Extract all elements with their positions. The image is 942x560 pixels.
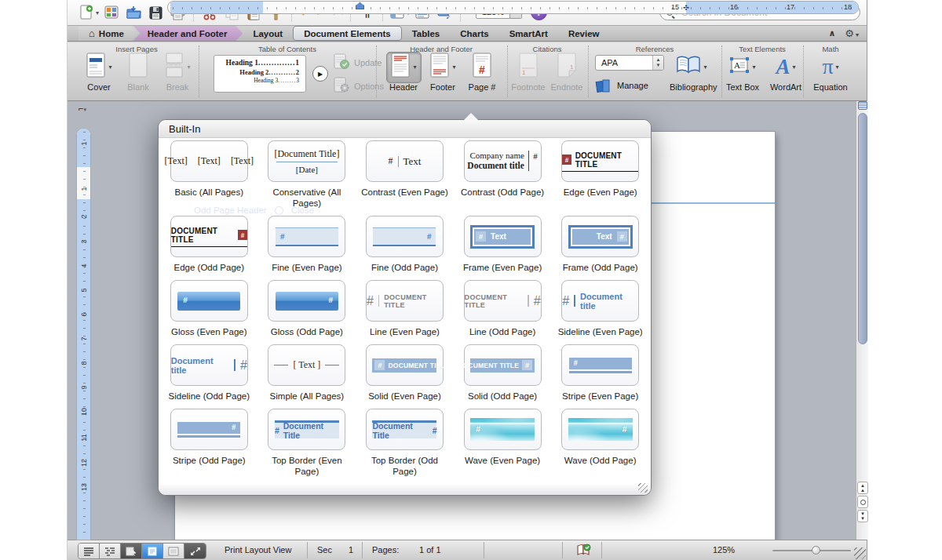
toc-gallery-expand-button[interactable]: ▶ (312, 66, 328, 82)
tab-smartart[interactable]: SmartArt (499, 26, 558, 41)
ribbon-page-number-button[interactable]: #Page # (460, 52, 504, 92)
gallery-item-sideline-even-page-[interactable]: #Document titleSideline (Even Page) (551, 280, 649, 344)
tab-tables[interactable]: Tables (402, 26, 451, 41)
ribbon-break-button[interactable]: ▾Break (155, 52, 199, 92)
gallery-item-wave-odd-page-[interactable]: #Wave (Odd Page) (551, 409, 649, 487)
open-folder-button[interactable] (124, 2, 143, 23)
dropdown-arrow-icon[interactable]: ▾ (108, 64, 111, 71)
dropdown-arrow-icon[interactable]: ▾ (752, 64, 755, 71)
style-preview[interactable]: # (366, 216, 444, 257)
ribbon-endnote-button[interactable]: 1Endnote (545, 52, 589, 92)
draft-view-button[interactable] (78, 544, 100, 558)
tab-home[interactable]: ⌂Home (78, 26, 138, 41)
stepper-icons[interactable]: ▲▼ (652, 56, 663, 70)
gallery-item-stripe-odd-page-[interactable]: #Stripe (Odd Page) (160, 409, 258, 487)
style-preview[interactable]: #Document title (561, 280, 639, 322)
style-preview[interactable]: # (268, 216, 345, 257)
style-preview[interactable]: Document title# (170, 344, 248, 386)
style-preview[interactable]: # (170, 409, 248, 450)
show-gallery-button[interactable] (102, 2, 121, 23)
gallery-item-wave-even-page-[interactable]: #Wave (Even Page) (454, 409, 552, 487)
save-button[interactable] (146, 2, 165, 23)
citation-style-select[interactable]: APA▲▼ (595, 55, 664, 71)
indent-marker[interactable] (356, 2, 364, 9)
style-preview[interactable]: # (170, 280, 248, 322)
gallery-item-top-border-odd-page-[interactable]: Document Title#Top Border (Odd Page) (356, 409, 454, 487)
ribbon-settings-dropdown-icon[interactable]: ▾ (856, 31, 859, 38)
popup-resize-grip[interactable] (638, 483, 648, 493)
tab-stop-selector[interactable]: ⌐▾ (78, 104, 86, 113)
style-preview[interactable]: DOCUMENT TITLE# (464, 280, 542, 322)
dropdown-arrow-icon[interactable]: ▾ (452, 64, 455, 71)
dropdown-arrow-icon[interactable]: ▾ (703, 64, 706, 71)
collapse-ribbon-icon[interactable]: ∧ (828, 28, 835, 38)
tab-document-elements[interactable]: Document Elements (293, 26, 402, 41)
gallery-item-frame-odd-page-[interactable]: Text#Frame (Odd Page) (551, 216, 649, 280)
ribbon-bibliography-button[interactable]: ▾Bibliography (670, 52, 714, 92)
gallery-item-fine-odd-page-[interactable]: #Fine (Odd Page) (356, 216, 454, 280)
select-browse-object-button[interactable] (857, 496, 868, 508)
gallery-item-edge-odd-page-[interactable]: DOCUMENT TITLE#Edge (Odd Page) (160, 216, 258, 280)
vertical-ruler[interactable]: 112345678910111213 (76, 128, 91, 540)
style-preview[interactable]: [ Text ] (268, 344, 345, 386)
zoom-slider-knob[interactable] (812, 546, 820, 555)
margin-marker-icon[interactable]: ✣ (682, 4, 690, 12)
gallery-item-simple-all-pages-[interactable]: [ Text ]Simple (All Pages) (258, 344, 356, 409)
print-layout-view-button[interactable] (142, 544, 163, 558)
style-preview[interactable]: #Text (464, 216, 542, 257)
gallery-item-solid-even-page-[interactable]: #DOCUMENT TITLESolid (Even Page) (356, 344, 454, 409)
ribbon-cover-button[interactable]: ▾Cover (77, 52, 121, 92)
split-window-handle[interactable] (858, 101, 867, 110)
ribbon-blank-button[interactable]: Blank (116, 52, 160, 92)
style-preview[interactable]: # (268, 280, 345, 322)
new-document-button[interactable]: ▾ (78, 2, 99, 23)
window-resize-grip[interactable] (854, 547, 866, 559)
gallery-item-edge-even-page-[interactable]: #DOCUMENT TITLEEdge (Even Page) (551, 140, 649, 216)
gallery-item-contrast-even-page-[interactable]: #TextContrast (Even Page) (356, 140, 454, 216)
previous-page-button[interactable]: ▲▲ (857, 482, 868, 494)
dropdown-arrow-icon[interactable]: ▾ (187, 64, 190, 71)
next-page-button[interactable]: ▼▼ (857, 510, 868, 522)
style-preview[interactable]: [Document Title][Date] (268, 140, 345, 182)
gallery-item-frame-even-page-[interactable]: #TextFrame (Even Page) (454, 216, 552, 280)
style-preview[interactable]: # (464, 409, 542, 450)
gallery-item-gloss-even-page-[interactable]: #Gloss (Even Page) (160, 280, 258, 344)
style-preview[interactable]: Text# (561, 216, 639, 257)
dropdown-arrow-icon[interactable]: ▾ (96, 9, 99, 16)
dropdown-arrow-icon[interactable]: ▾ (836, 64, 839, 71)
gallery-item-fine-even-page-[interactable]: #Fine (Even Page) (258, 216, 356, 280)
scrollbar-thumb[interactable] (858, 113, 867, 344)
toc-style-preview[interactable]: Heading 1..............1Heading 2.......… (214, 55, 306, 93)
gallery-item-line-even-page-[interactable]: #DOCUMENT TITLELine (Even Page) (356, 280, 454, 344)
spelling-status-icon[interactable] (576, 544, 591, 558)
style-preview[interactable]: Document Title# (366, 409, 444, 450)
gallery-item-conservative-all-pages-[interactable]: [Document Title][Date]Conservative (All … (258, 140, 356, 216)
gallery-item-top-border-even-page-[interactable]: #Document TitleTop Border (Even Page) (258, 409, 356, 487)
ribbon-wordart-button[interactable]: A▾WordArt (764, 52, 808, 92)
gallery-item-line-odd-page-[interactable]: DOCUMENT TITLE#Line (Odd Page) (454, 280, 552, 344)
style-preview[interactable]: DOCUMENT TITLE# (464, 344, 542, 386)
ribbon-text-box-button[interactable]: A▾Text Box (721, 52, 765, 92)
style-preview[interactable]: #DOCUMENT TITLE (561, 140, 639, 182)
tab-layout[interactable]: Layout (243, 26, 293, 41)
style-preview[interactable]: #DOCUMENT TITLE (366, 344, 444, 386)
gallery-item-contrast-odd-page-[interactable]: Company nameDocument title#Contrast (Odd… (454, 140, 552, 216)
tab-header-and-footer[interactable]: Header and Footer (133, 26, 243, 41)
manage-citations-button[interactable]: Manage (595, 77, 648, 94)
gallery-item-stripe-even-page-[interactable]: #Stripe (Even Page) (551, 344, 649, 409)
tab-charts[interactable]: Charts (450, 26, 498, 41)
gallery-item-gloss-odd-page-[interactable]: #Gloss (Odd Page) (258, 280, 356, 344)
gallery-item-sideline-odd-page-[interactable]: Document title#Sideline (Odd Page) (160, 344, 258, 409)
dropdown-arrow-icon[interactable]: ▾ (413, 64, 416, 71)
style-preview[interactable]: # (561, 344, 639, 386)
style-preview[interactable]: Company nameDocument title# (464, 140, 542, 182)
zoom-slider[interactable] (772, 550, 851, 551)
ribbon-header-button[interactable]: ▾Header (382, 52, 425, 92)
toc-options-button[interactable]: Options (333, 77, 384, 96)
notebook-layout-view-button[interactable] (163, 544, 184, 558)
publishing-layout-view-button[interactable] (121, 544, 142, 558)
toc-update-button[interactable]: Update (333, 53, 382, 72)
outline-view-button[interactable] (100, 544, 121, 558)
ribbon-settings-gear-icon[interactable]: ⚙ (845, 27, 854, 39)
style-preview[interactable]: DOCUMENT TITLE# (170, 216, 248, 257)
